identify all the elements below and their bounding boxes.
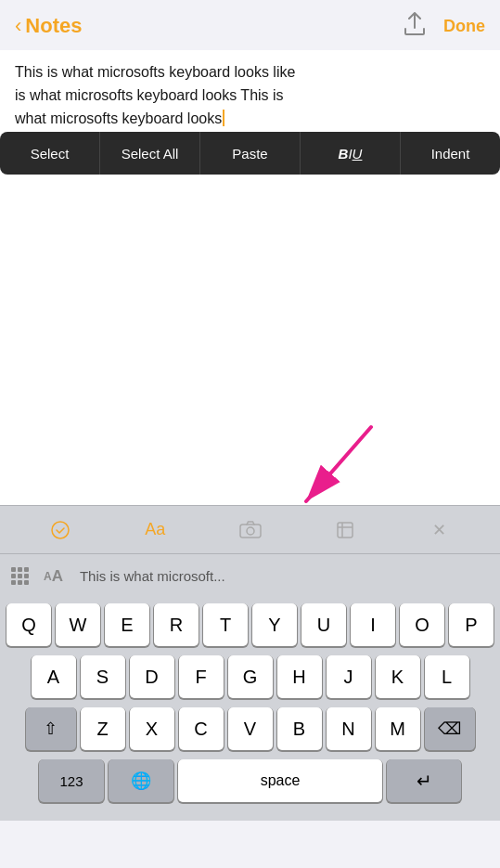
key-g[interactable]: G (228, 655, 273, 698)
note-text: This is what microsofts keyboard looks l… (15, 61, 485, 130)
key-o[interactable]: O (400, 603, 444, 646)
font-size-icon[interactable]: AA (44, 567, 63, 586)
note-area[interactable]: This is what microsofts keyboard looks l… (0, 50, 500, 505)
keyboard-row-2: A S D F G H J K L (4, 655, 496, 698)
context-menu-select[interactable]: Select (0, 132, 100, 175)
predictive-bar: AA This is what microsoft... (0, 553, 500, 598)
grid-icon[interactable] (11, 567, 34, 585)
shift-key[interactable]: ⇧ (26, 707, 76, 750)
key-w[interactable]: W (56, 603, 100, 646)
keyboard-row-4: 123 🌐 space ↵ (4, 759, 496, 802)
keyboard-toolbar: Aa ✕ (0, 505, 500, 553)
keyboard-row-1: Q W E R T Y U I O P (4, 603, 496, 646)
key-q[interactable]: Q (6, 603, 51, 646)
globe-key[interactable]: 🌐 (109, 759, 173, 802)
text-cursor (223, 110, 224, 126)
key-x[interactable]: X (130, 707, 174, 750)
share-icon[interactable] (404, 12, 425, 41)
keyboard: Q W E R T Y U I O P A S D F G H J K L ⇧ … (0, 598, 500, 821)
key-j[interactable]: J (327, 655, 371, 698)
svg-point-2 (52, 522, 69, 538)
key-y[interactable]: Y (252, 603, 297, 646)
backspace-key[interactable]: ⌫ (425, 707, 475, 750)
key-l[interactable]: L (425, 655, 469, 698)
context-menu-indent[interactable]: Indent (401, 132, 500, 175)
header-title[interactable]: Notes (25, 14, 82, 38)
keyboard-row-3: ⇧ Z X C V B N M ⌫ (4, 707, 496, 750)
header-left: ‹ Notes (15, 14, 82, 38)
svg-point-4 (247, 527, 254, 535)
key-p[interactable]: P (449, 603, 494, 646)
numbers-key[interactable]: 123 (39, 759, 104, 802)
context-menu-paste[interactable]: Paste (200, 132, 301, 175)
note-container: Select Select All Paste BIU Indent This … (0, 50, 500, 505)
key-m[interactable]: M (376, 707, 420, 750)
context-menu-biu[interactable]: BIU (301, 132, 401, 175)
key-z[interactable]: Z (81, 707, 125, 750)
key-d[interactable]: D (130, 655, 174, 698)
context-menu: Select Select All Paste BIU Indent (0, 132, 500, 175)
key-f[interactable]: F (179, 655, 224, 698)
toolbar-close-icon[interactable]: ✕ (392, 520, 487, 540)
key-i[interactable]: I (351, 603, 395, 646)
toolbar-font-icon[interactable]: Aa (108, 520, 202, 539)
return-key[interactable]: ↵ (387, 759, 461, 802)
context-menu-select-all[interactable]: Select All (100, 132, 200, 175)
header: ‹ Notes Done (0, 0, 500, 50)
svg-rect-3 (240, 525, 261, 538)
key-t[interactable]: T (203, 603, 248, 646)
space-key[interactable]: space (178, 759, 382, 802)
back-chevron-icon[interactable]: ‹ (15, 16, 21, 36)
key-v[interactable]: V (228, 707, 273, 750)
toolbar-checkmark-icon[interactable] (13, 520, 108, 540)
key-a[interactable]: A (32, 655, 76, 698)
key-b[interactable]: B (277, 707, 322, 750)
toolbar-unknown-icon[interactable] (298, 520, 392, 540)
predictive-text: This is what microsoft... (80, 568, 225, 584)
done-button[interactable]: Done (443, 17, 485, 36)
key-h[interactable]: H (277, 655, 322, 698)
key-k[interactable]: K (376, 655, 420, 698)
key-u[interactable]: U (301, 603, 346, 646)
header-right: Done (404, 12, 485, 41)
key-s[interactable]: S (81, 655, 125, 698)
key-c[interactable]: C (179, 707, 224, 750)
key-r[interactable]: R (154, 603, 199, 646)
key-n[interactable]: N (327, 707, 371, 750)
key-e[interactable]: E (105, 603, 149, 646)
toolbar-camera-icon[interactable] (202, 521, 297, 539)
svg-rect-5 (338, 523, 353, 538)
